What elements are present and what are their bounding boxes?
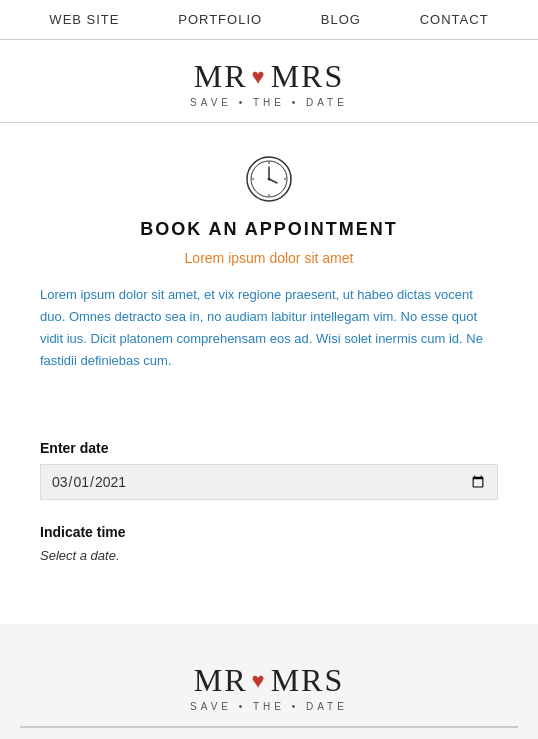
nav-item-portfolio[interactable]: PORTFOLIO (178, 12, 262, 27)
nav-item-website[interactable]: WEB SITE (49, 12, 119, 27)
form-section: Enter date Indicate time Select a date. (0, 440, 538, 564)
svg-point-4 (268, 178, 271, 181)
clock-icon (40, 153, 498, 205)
header-logo: MR ♥ MRS SAVE • THE • DATE (0, 40, 538, 123)
logo-subtitle: SAVE • THE • DATE (20, 97, 518, 108)
footer-logo-right: MRS (271, 662, 345, 699)
footer-logo: MR ♥ MRS SAVE • THE • DATE (20, 644, 518, 727)
logo-left: MR (194, 58, 248, 95)
date-field-group: Enter date (40, 440, 498, 500)
time-label: Indicate time (40, 524, 498, 540)
section-title: BOOK AN APPOINTMENT (40, 219, 498, 240)
main-content: BOOK AN APPOINTMENT Lorem ipsum dolor si… (0, 123, 538, 440)
logo-heart: ♥ (252, 64, 267, 90)
section-subtitle: Lorem ipsum dolor sit amet (40, 250, 498, 266)
date-input[interactable] (40, 464, 498, 500)
footer-nav: WEB SITE PORTFOLIO BLOG CONTACT (20, 727, 518, 739)
footer: MR ♥ MRS SAVE • THE • DATE WEB SITE PORT… (0, 624, 538, 739)
nav-item-contact[interactable]: CONTACT (420, 12, 489, 27)
footer-logo-heart: ♥ (252, 668, 267, 694)
footer-logo-subtitle: SAVE • THE • DATE (40, 701, 498, 712)
logo-right: MRS (271, 58, 345, 95)
time-hint: Select a date. (40, 548, 120, 563)
nav-item-blog[interactable]: BLOG (321, 12, 361, 27)
time-field-group: Indicate time Select a date. (40, 524, 498, 564)
date-label: Enter date (40, 440, 498, 456)
footer-logo-left: MR (194, 662, 248, 699)
hero-body: Lorem ipsum dolor sit amet, et vix regio… (40, 284, 498, 372)
header-nav: WEB SITE PORTFOLIO BLOG CONTACT (0, 0, 538, 40)
